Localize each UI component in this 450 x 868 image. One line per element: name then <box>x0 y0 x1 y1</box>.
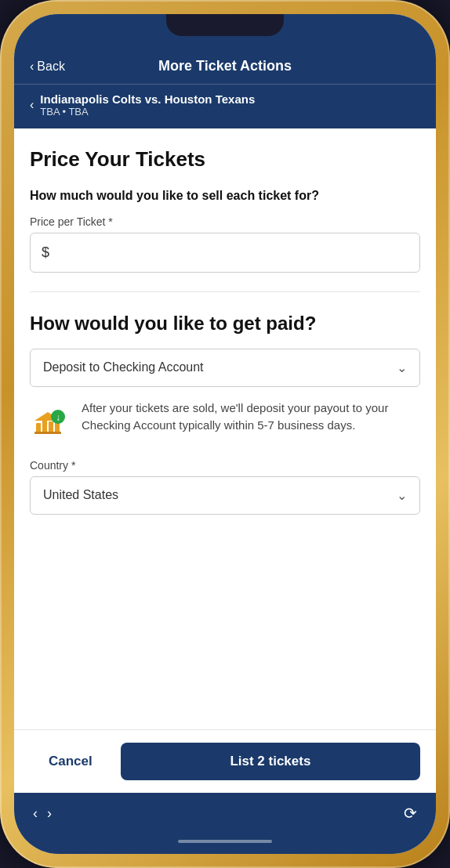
payment-info-text: After your tickets are sold, we'll depos… <box>82 400 420 435</box>
event-chevron-icon: ‹ <box>30 98 34 112</box>
home-bar <box>178 840 272 843</box>
pricing-title: Price Your Tickets <box>30 147 420 172</box>
pricing-section: Price Your Tickets How much would you li… <box>30 147 420 273</box>
bank-icon: ↓ <box>30 400 71 440</box>
back-chevron-icon: ‹ <box>30 60 34 74</box>
payment-title: How would you like to get paid? <box>30 311 420 335</box>
bottom-nav: ‹ › ⟳ <box>14 793 436 834</box>
country-chevron-icon: ⌄ <box>397 488 407 503</box>
event-info: Indianapolis Colts vs. Houston Texans TB… <box>40 92 255 118</box>
dropdown-chevron-icon: ⌄ <box>397 360 407 375</box>
forward-arrow-icon[interactable]: › <box>47 805 52 822</box>
event-subtitle: TBA • TBA <box>40 106 255 118</box>
main-content: Price Your Tickets How much would you li… <box>14 128 436 729</box>
refresh-icon[interactable]: ⟳ <box>404 804 417 823</box>
phone-frame: ‹ Back More Ticket Actions ‹ Indianapoli… <box>0 0 450 868</box>
back-button[interactable]: ‹ Back <box>30 60 65 74</box>
country-value: United States <box>43 488 118 502</box>
price-input[interactable] <box>53 244 408 261</box>
svg-rect-1 <box>42 420 47 432</box>
payment-method-value: Deposit to Checking Account <box>43 360 204 374</box>
svg-text:↓: ↓ <box>56 412 60 423</box>
phone-screen: ‹ Back More Ticket Actions ‹ Indianapoli… <box>14 14 436 854</box>
svg-rect-4 <box>34 432 61 434</box>
event-header[interactable]: ‹ Indianapolis Colts vs. Houston Texans … <box>14 84 436 128</box>
back-arrow-icon[interactable]: ‹ <box>33 805 38 822</box>
currency-symbol: $ <box>42 244 49 261</box>
price-input-wrapper[interactable]: $ <box>30 233 420 273</box>
cancel-button[interactable]: Cancel <box>30 743 111 780</box>
nav-header: ‹ Back More Ticket Actions <box>14 49 436 84</box>
pricing-question: How much would you like to sell each tic… <box>30 187 420 204</box>
country-dropdown[interactable]: United States ⌄ <box>30 476 420 515</box>
nav-title: More Ticket Actions <box>158 58 292 74</box>
country-field-label: Country * <box>30 459 420 472</box>
notch <box>166 14 284 36</box>
nav-arrows: ‹ › <box>33 805 52 822</box>
payment-section: How would you like to get paid? Deposit … <box>30 311 420 514</box>
price-field-label: Price per Ticket * <box>30 215 420 228</box>
list-tickets-button[interactable]: List 2 tickets <box>121 743 420 780</box>
event-title: Indianapolis Colts vs. Houston Texans <box>40 92 255 106</box>
payment-info-box: ↓ After your tickets are sold, we'll dep… <box>30 400 420 440</box>
section-divider <box>30 291 420 292</box>
payment-method-dropdown[interactable]: Deposit to Checking Account ⌄ <box>30 349 420 387</box>
svg-rect-0 <box>36 423 41 432</box>
svg-rect-2 <box>49 421 53 432</box>
back-label: Back <box>37 60 65 74</box>
home-indicator <box>14 834 436 854</box>
action-bar: Cancel List 2 tickets <box>14 729 436 793</box>
